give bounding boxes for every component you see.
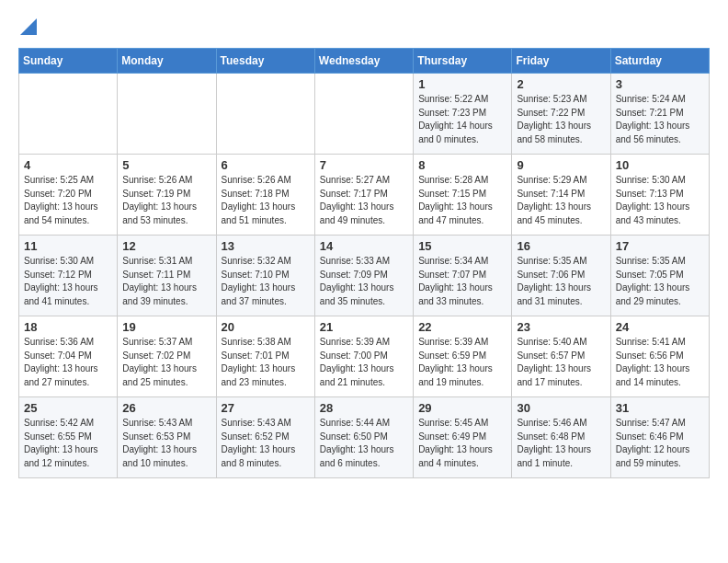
calendar-cell: 30Sunrise: 5:46 AM Sunset: 6:48 PM Dayli… xyxy=(512,397,610,478)
calendar-cell: 15Sunrise: 5:34 AM Sunset: 7:07 PM Dayli… xyxy=(414,236,512,316)
day-number: 26 xyxy=(122,401,210,415)
day-number: 29 xyxy=(418,401,506,415)
day-number: 19 xyxy=(122,320,210,334)
day-header-wednesday: Wednesday xyxy=(314,49,413,74)
day-number: 20 xyxy=(222,320,310,334)
calendar-cell: 29Sunrise: 5:45 AM Sunset: 6:49 PM Dayli… xyxy=(414,397,512,478)
day-number: 30 xyxy=(517,401,605,415)
calendar-cell: 20Sunrise: 5:38 AM Sunset: 7:01 PM Dayli… xyxy=(216,316,314,397)
calendar-cell: 1Sunrise: 5:22 AM Sunset: 7:23 PM Daylig… xyxy=(414,74,512,155)
calendar-cell: 9Sunrise: 5:29 AM Sunset: 7:14 PM Daylig… xyxy=(512,155,610,236)
day-content: Sunrise: 5:37 AM Sunset: 7:02 PM Dayligh… xyxy=(122,336,210,389)
day-content: Sunrise: 5:31 AM Sunset: 7:11 PM Dayligh… xyxy=(122,255,210,308)
day-content: Sunrise: 5:43 AM Sunset: 6:53 PM Dayligh… xyxy=(122,417,210,470)
day-number: 11 xyxy=(24,239,112,253)
day-header-friday: Friday xyxy=(512,49,610,74)
calendar-cell xyxy=(216,74,314,155)
day-content: Sunrise: 5:45 AM Sunset: 6:49 PM Dayligh… xyxy=(418,417,506,470)
day-content: Sunrise: 5:36 AM Sunset: 7:04 PM Dayligh… xyxy=(24,336,112,389)
calendar-cell: 4Sunrise: 5:25 AM Sunset: 7:20 PM Daylig… xyxy=(19,155,118,236)
day-content: Sunrise: 5:38 AM Sunset: 7:01 PM Dayligh… xyxy=(222,336,310,389)
day-header-monday: Monday xyxy=(118,49,216,74)
day-content: Sunrise: 5:27 AM Sunset: 7:17 PM Dayligh… xyxy=(320,174,408,227)
day-content: Sunrise: 5:26 AM Sunset: 7:18 PM Dayligh… xyxy=(222,174,310,227)
calendar-week-row: 4Sunrise: 5:25 AM Sunset: 7:20 PM Daylig… xyxy=(19,155,710,236)
calendar-cell: 3Sunrise: 5:24 AM Sunset: 7:21 PM Daylig… xyxy=(610,74,709,155)
calendar-cell: 21Sunrise: 5:39 AM Sunset: 7:00 PM Dayli… xyxy=(314,316,413,397)
day-number: 13 xyxy=(222,239,310,253)
day-content: Sunrise: 5:41 AM Sunset: 6:56 PM Dayligh… xyxy=(616,336,704,389)
calendar-cell: 23Sunrise: 5:40 AM Sunset: 6:57 PM Dayli… xyxy=(512,316,610,397)
day-content: Sunrise: 5:26 AM Sunset: 7:19 PM Dayligh… xyxy=(122,174,210,227)
calendar-cell: 16Sunrise: 5:35 AM Sunset: 7:06 PM Dayli… xyxy=(512,236,610,316)
day-number: 12 xyxy=(122,239,210,253)
day-content: Sunrise: 5:47 AM Sunset: 6:46 PM Dayligh… xyxy=(616,417,704,470)
calendar-cell: 12Sunrise: 5:31 AM Sunset: 7:11 PM Dayli… xyxy=(118,236,216,316)
calendar-cell: 13Sunrise: 5:32 AM Sunset: 7:10 PM Dayli… xyxy=(216,236,314,316)
day-content: Sunrise: 5:39 AM Sunset: 7:00 PM Dayligh… xyxy=(320,336,408,389)
calendar-cell xyxy=(118,74,216,155)
day-content: Sunrise: 5:35 AM Sunset: 7:05 PM Dayligh… xyxy=(616,255,704,308)
day-header-saturday: Saturday xyxy=(610,49,709,74)
day-content: Sunrise: 5:30 AM Sunset: 7:12 PM Dayligh… xyxy=(24,255,112,308)
calendar-cell: 18Sunrise: 5:36 AM Sunset: 7:04 PM Dayli… xyxy=(19,316,118,397)
calendar-cell xyxy=(19,74,118,155)
day-number: 27 xyxy=(222,401,310,415)
calendar-cell: 25Sunrise: 5:42 AM Sunset: 6:55 PM Dayli… xyxy=(19,397,118,478)
calendar-cell: 14Sunrise: 5:33 AM Sunset: 7:09 PM Dayli… xyxy=(314,236,413,316)
day-content: Sunrise: 5:30 AM Sunset: 7:13 PM Dayligh… xyxy=(616,174,704,227)
day-number: 10 xyxy=(616,158,704,172)
day-number: 3 xyxy=(616,77,704,91)
day-content: Sunrise: 5:23 AM Sunset: 7:22 PM Dayligh… xyxy=(517,93,605,146)
day-number: 22 xyxy=(418,320,506,334)
day-content: Sunrise: 5:39 AM Sunset: 6:59 PM Dayligh… xyxy=(418,336,506,389)
day-number: 6 xyxy=(222,158,310,172)
day-content: Sunrise: 5:35 AM Sunset: 7:06 PM Dayligh… xyxy=(517,255,605,308)
calendar-cell: 27Sunrise: 5:43 AM Sunset: 6:52 PM Dayli… xyxy=(216,397,314,478)
day-number: 24 xyxy=(616,320,704,334)
day-content: Sunrise: 5:42 AM Sunset: 6:55 PM Dayligh… xyxy=(24,417,112,470)
day-number: 1 xyxy=(418,77,506,91)
day-header-tuesday: Tuesday xyxy=(216,49,314,74)
calendar-week-row: 11Sunrise: 5:30 AM Sunset: 7:12 PM Dayli… xyxy=(19,236,710,316)
day-number: 16 xyxy=(517,239,605,253)
calendar-week-row: 25Sunrise: 5:42 AM Sunset: 6:55 PM Dayli… xyxy=(19,397,710,478)
logo xyxy=(18,18,37,39)
day-number: 31 xyxy=(616,401,704,415)
day-content: Sunrise: 5:44 AM Sunset: 6:50 PM Dayligh… xyxy=(320,417,408,470)
day-content: Sunrise: 5:28 AM Sunset: 7:15 PM Dayligh… xyxy=(418,174,506,227)
calendar-week-row: 18Sunrise: 5:36 AM Sunset: 7:04 PM Dayli… xyxy=(19,316,710,397)
day-number: 15 xyxy=(418,239,506,253)
calendar-cell: 28Sunrise: 5:44 AM Sunset: 6:50 PM Dayli… xyxy=(314,397,413,478)
day-content: Sunrise: 5:25 AM Sunset: 7:20 PM Dayligh… xyxy=(24,174,112,227)
calendar-cell: 11Sunrise: 5:30 AM Sunset: 7:12 PM Dayli… xyxy=(19,236,118,316)
day-content: Sunrise: 5:34 AM Sunset: 7:07 PM Dayligh… xyxy=(418,255,506,308)
calendar-cell: 19Sunrise: 5:37 AM Sunset: 7:02 PM Dayli… xyxy=(118,316,216,397)
calendar-cell: 6Sunrise: 5:26 AM Sunset: 7:18 PM Daylig… xyxy=(216,155,314,236)
day-number: 2 xyxy=(517,77,605,91)
day-number: 25 xyxy=(24,401,112,415)
calendar-cell: 2Sunrise: 5:23 AM Sunset: 7:22 PM Daylig… xyxy=(512,74,610,155)
day-number: 14 xyxy=(320,239,408,253)
day-number: 7 xyxy=(320,158,408,172)
day-content: Sunrise: 5:24 AM Sunset: 7:21 PM Dayligh… xyxy=(616,93,704,146)
calendar-cell xyxy=(314,74,413,155)
day-content: Sunrise: 5:43 AM Sunset: 6:52 PM Dayligh… xyxy=(222,417,310,470)
logo-triangle-icon xyxy=(20,18,37,39)
calendar-cell: 31Sunrise: 5:47 AM Sunset: 6:46 PM Dayli… xyxy=(610,397,709,478)
calendar-cell: 17Sunrise: 5:35 AM Sunset: 7:05 PM Dayli… xyxy=(610,236,709,316)
day-header-thursday: Thursday xyxy=(414,49,512,74)
day-number: 21 xyxy=(320,320,408,334)
day-number: 9 xyxy=(517,158,605,172)
calendar-cell: 5Sunrise: 5:26 AM Sunset: 7:19 PM Daylig… xyxy=(118,155,216,236)
day-content: Sunrise: 5:33 AM Sunset: 7:09 PM Dayligh… xyxy=(320,255,408,308)
day-content: Sunrise: 5:40 AM Sunset: 6:57 PM Dayligh… xyxy=(517,336,605,389)
day-number: 23 xyxy=(517,320,605,334)
day-content: Sunrise: 5:22 AM Sunset: 7:23 PM Dayligh… xyxy=(418,93,506,146)
day-number: 18 xyxy=(24,320,112,334)
calendar-cell: 24Sunrise: 5:41 AM Sunset: 6:56 PM Dayli… xyxy=(610,316,709,397)
day-content: Sunrise: 5:29 AM Sunset: 7:14 PM Dayligh… xyxy=(517,174,605,227)
day-number: 28 xyxy=(320,401,408,415)
page-header xyxy=(18,18,710,39)
day-content: Sunrise: 5:46 AM Sunset: 6:48 PM Dayligh… xyxy=(517,417,605,470)
